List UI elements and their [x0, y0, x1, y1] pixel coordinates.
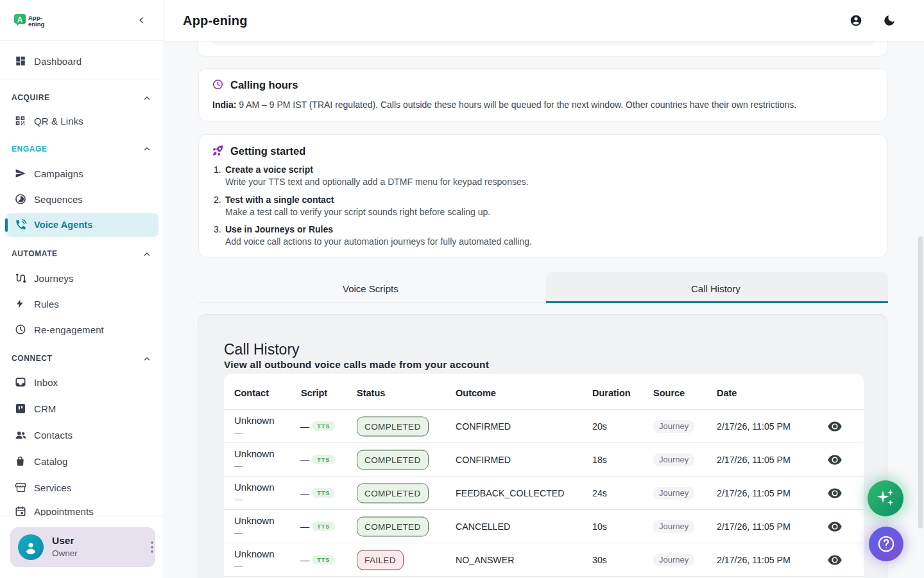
svg-text:A: A: [17, 15, 23, 24]
